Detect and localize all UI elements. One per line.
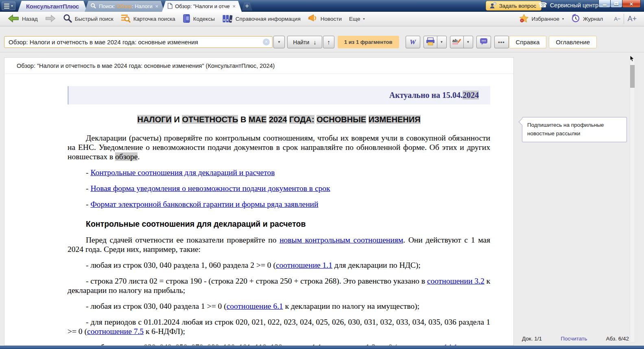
close-icon[interactable]: × xyxy=(155,4,159,9)
search-history-dropdown[interactable]: ▼ xyxy=(273,36,285,48)
news-label: Новости xyxy=(321,16,342,22)
titlebar: ▾ КонсультантПлюс Поиск: Обзор: Налоги и… xyxy=(0,0,644,12)
search-input[interactable] xyxy=(4,36,273,48)
chevron-down-icon: ▼ xyxy=(277,40,281,44)
news-button[interactable]: Новости xyxy=(304,13,345,25)
maximize-button[interactable] xyxy=(610,0,622,8)
highlighted-text: 2024 xyxy=(463,91,479,100)
help-button[interactable]: Справка xyxy=(509,36,547,48)
highlighted-text: ОСНОВНЫЕ xyxy=(317,115,366,124)
text: - любая из строк 020, 040, 050, 070, 080… xyxy=(86,343,397,346)
doc-toc-item: - Формат электронной банковской гарантии… xyxy=(68,199,490,209)
codes-button[interactable]: Кодексы xyxy=(179,13,218,26)
print-options-dropdown[interactable]: ▼ xyxy=(437,36,447,48)
search-card-label: Карточка поиска xyxy=(133,16,175,22)
contents-button[interactable]: Оглавление xyxy=(549,36,597,48)
doc-paragraph: Перед сдачей отчетности ее показатели пр… xyxy=(68,235,490,254)
more-button[interactable]: Еще ▾ xyxy=(345,15,368,23)
doc-paragraph: - любая из строк 030, 040 раздела 1 >= 0… xyxy=(68,301,490,311)
clear-search-icon[interactable]: × xyxy=(263,39,270,46)
highlighted-text: обзоре xyxy=(115,152,138,161)
comment-button[interactable] xyxy=(476,36,491,48)
phone-icon: ☎ xyxy=(539,2,547,9)
more-actions-button[interactable]: ••• xyxy=(494,36,509,48)
chevron-down-icon: ▼ xyxy=(467,40,470,44)
subscribe-callout[interactable]: Подпишитесь на профильные новостные расс… xyxy=(522,117,627,142)
comment-bubble-icon xyxy=(480,38,488,46)
close-icon[interactable]: × xyxy=(232,4,236,9)
text: - строка 270 листа 02 = строка 190 - (ст… xyxy=(86,277,427,285)
window-bottom-frame xyxy=(0,346,644,349)
magnifier-icon xyxy=(90,3,96,10)
back-label: Назад xyxy=(22,16,38,22)
ask-question-button[interactable]: ? Задать вопрос xyxy=(486,1,541,11)
chevron-down-icon: ▾ xyxy=(363,17,365,21)
doc-link[interactable]: соотношении 3.2 xyxy=(427,277,485,285)
document-heading: НАЛОГИ И ОТЧЕТНОСТЬ В МАЕ 2024 ГОДА: ОСН… xyxy=(68,115,490,124)
scrollbar-thumb[interactable] xyxy=(630,65,635,88)
reference-info-label: Справочная информация xyxy=(236,16,301,22)
highlight-button[interactable]: ab xyxy=(450,36,464,48)
tab-strip: КонсультантПлюс Поиск: Обзор: Налоги и о… xyxy=(18,0,252,12)
calculate-link[interactable]: Посчитать xyxy=(561,336,587,342)
arrow-up-icon: ↑ xyxy=(327,39,330,46)
minimize-icon xyxy=(603,4,607,6)
reference-info-button[interactable]: Справочная информация xyxy=(218,13,304,26)
doc-link[interactable]: соотношение 14.1 xyxy=(397,343,458,346)
quick-search-button[interactable]: Быстрый поиск xyxy=(59,13,117,25)
favorites-button[interactable]: Избранное ▾ xyxy=(515,13,568,25)
font-increase-button[interactable]: A+ xyxy=(624,14,640,24)
forward-button[interactable] xyxy=(41,13,59,25)
fragments-badge: 1 из 1 фрагментов xyxy=(338,36,399,48)
highlight-options-dropdown[interactable]: ▼ xyxy=(463,36,473,48)
doc-section-heading: Контрольные соотношения для деклараций и… xyxy=(68,219,490,229)
find-button[interactable]: Найти ↓ xyxy=(287,36,322,48)
highlighted-text: ИЗМЕНЕНИЯ xyxy=(369,115,421,124)
find-previous-button[interactable]: ↑ xyxy=(323,36,334,48)
history-clock-icon xyxy=(571,14,580,24)
export-word-button[interactable]: W xyxy=(406,36,420,48)
main-area: Обзор: "Налоги и отчетность в мае 2024 г… xyxy=(0,53,644,346)
doc-link[interactable]: Формат электронной банковской гарантии и… xyxy=(90,200,318,208)
doc-link[interactable]: соотношение 1.1 xyxy=(276,261,332,269)
tab-document[interactable]: Обзор: "Налоги и отчетность в мае 2 × xyxy=(162,1,242,12)
tab-label: Обзор: "Налоги и отчетность в мае 2 xyxy=(175,3,229,9)
minimize-button[interactable] xyxy=(598,0,611,8)
doc-link[interactable]: Контрольные соотношения для деклараций и… xyxy=(90,168,275,177)
text: . xyxy=(138,152,140,161)
text: к xyxy=(458,343,463,346)
subscribe-text: Подпишитесь на профильные новостные расс… xyxy=(527,122,604,137)
new-tab-button[interactable]: + xyxy=(242,2,252,11)
search-card-icon xyxy=(121,14,131,24)
text xyxy=(366,115,369,124)
app-logo[interactable]: КонсультантПлюс xyxy=(18,1,87,12)
doc-link[interactable]: соотношение 6.1 xyxy=(227,302,283,310)
svg-text:?: ? xyxy=(494,2,496,5)
search-card-button[interactable]: Карточка поиска xyxy=(117,13,179,25)
print-button[interactable] xyxy=(424,36,437,48)
doc-link[interactable]: соотношение 7.5 xyxy=(87,327,144,336)
actual-date-banner: Актуально на 15.04.2024 xyxy=(68,86,490,104)
main-menu-button[interactable]: ▾ xyxy=(2,2,15,10)
status-bar: Док. 1/1 Посчитать Абз. 6/42 xyxy=(522,336,629,342)
maximize-icon xyxy=(614,2,618,5)
doc-toc-item: - Новая форма уведомления о невозможност… xyxy=(68,184,490,193)
tab-label: Поиск: Обзор: Налоги и отчетность в xyxy=(99,3,152,9)
text: к декларации по налогу на имущество); xyxy=(283,302,419,310)
text: Контрольные соотношения для деклараций и… xyxy=(86,219,306,228)
svg-text:ab: ab xyxy=(452,38,458,43)
font-decrease-button[interactable]: A− xyxy=(611,15,624,23)
favorites-label: Избранное xyxy=(532,16,559,22)
close-window-button[interactable]: × xyxy=(622,0,641,8)
doc-link[interactable]: новым контрольным соотношениям xyxy=(279,236,403,244)
person-question-icon: ? xyxy=(489,2,497,10)
tab-search-results[interactable]: Поиск: Обзор: Налоги и отчетность в × xyxy=(85,1,164,12)
document-title-bar: Обзор: "Налоги и отчетность в мае 2024 г… xyxy=(4,58,513,74)
journal-button[interactable]: Журнал xyxy=(568,13,607,25)
doc-link[interactable]: Новая форма уведомления о невозможности … xyxy=(90,184,330,193)
text: - xyxy=(86,184,90,193)
service-center[interactable]: ☎ Сервисный центр xyxy=(539,2,598,9)
back-button[interactable]: Назад xyxy=(4,13,41,26)
scrollbar[interactable] xyxy=(630,58,635,342)
service-center-label: Сервисный центр xyxy=(550,2,598,9)
